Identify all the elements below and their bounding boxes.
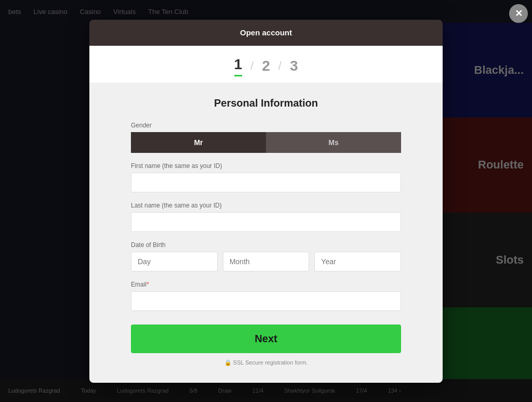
dob-year-input[interactable] <box>314 252 401 271</box>
dob-month-input[interactable] <box>223 252 310 271</box>
first-name-label: First name (the same as your ID) <box>131 162 401 170</box>
dob-row <box>131 252 401 271</box>
steps-indicator: 1 / 2 / 3 <box>89 46 443 83</box>
modal-header: Open account <box>89 20 443 46</box>
gender-group: Gender Mr Ms <box>131 122 401 153</box>
last-name-input[interactable] <box>131 212 401 232</box>
email-input[interactable] <box>131 291 401 311</box>
ssl-notice: 🔒 SSL Secure registration form. <box>131 359 401 366</box>
email-group: Email* <box>131 281 401 311</box>
step-2: 2 <box>262 58 270 74</box>
first-name-group: First name (the same as your ID) <box>131 162 401 192</box>
next-button[interactable]: Next <box>131 325 401 353</box>
step-divider-1: / <box>250 59 254 73</box>
modal-title: Open account <box>240 28 292 37</box>
gender-label: Gender <box>131 122 401 129</box>
close-button[interactable]: ✕ <box>509 4 528 23</box>
email-label: Email* <box>131 281 401 288</box>
gender-ms-button[interactable]: Ms <box>266 132 401 153</box>
dob-label: Date of Birth <box>131 241 401 249</box>
section-title: Personal Information <box>131 97 401 109</box>
step-3: 3 <box>290 58 298 74</box>
open-account-modal: Open account 1 / 2 / 3 Personal Informat… <box>89 20 443 383</box>
gender-mr-button[interactable]: Mr <box>131 132 266 153</box>
gender-toggle: Mr Ms <box>131 132 401 153</box>
last-name-label: Last name (the same as your ID) <box>131 202 401 209</box>
last-name-group: Last name (the same as your ID) <box>131 202 401 232</box>
step-divider-2: / <box>278 59 282 73</box>
modal-body: Personal Information Gender Mr Ms First … <box>89 83 443 383</box>
dob-group: Date of Birth <box>131 241 401 271</box>
first-name-input[interactable] <box>131 173 401 192</box>
lock-icon: 🔒 <box>224 359 232 366</box>
dob-day-input[interactable] <box>131 252 218 271</box>
step-1: 1 <box>234 56 243 76</box>
